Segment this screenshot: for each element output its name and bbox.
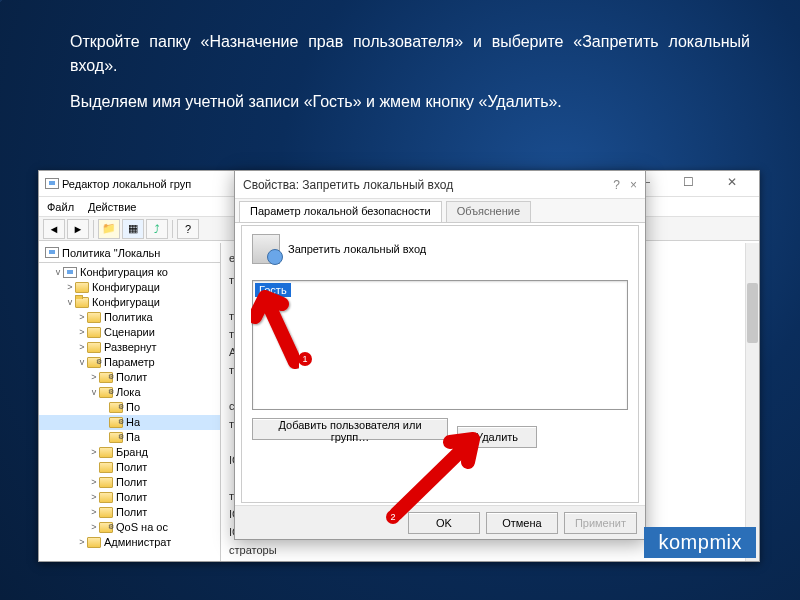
window-title: Редактор локальной груп [62,178,191,190]
tree-label: Па [126,430,140,445]
collapse-icon[interactable] [77,355,87,370]
tree-node[interactable]: Полит [39,475,220,490]
folder-icon [87,312,101,323]
app-icon [45,178,59,189]
collapse-icon[interactable] [89,385,99,400]
tree-node[interactable]: Параметр [39,355,220,370]
tree-node[interactable]: Полит [39,490,220,505]
folder-icon [99,492,113,503]
tree-label: Полит [116,490,147,505]
menu-action[interactable]: Действие [88,201,136,213]
tree-pane: Политика "Локальн Конфигурация ко Конфиг… [39,243,221,561]
forward-button[interactable]: ► [67,219,89,239]
tree-node[interactable]: Лока [39,385,220,400]
folder-icon [99,462,113,473]
scrollbar-thumb[interactable] [747,283,758,343]
folder-settings-icon [109,417,123,428]
export-button[interactable]: ⤴ [146,219,168,239]
instruction-1: Откройте папку «Назначение прав пользова… [70,30,750,78]
expand-icon[interactable] [77,325,87,340]
expand-icon[interactable] [65,280,75,295]
tree-label: Администрат [104,535,171,550]
expand-icon[interactable] [77,310,87,325]
tree-view-button[interactable]: ▦ [122,219,144,239]
scrollbar-vertical[interactable] [745,243,759,561]
tree-node[interactable]: Конфигураци [39,295,220,310]
expand-icon[interactable] [89,505,99,520]
tab-local-security[interactable]: Параметр локальной безопасности [239,201,442,222]
expand-icon[interactable] [89,445,99,460]
tree-node[interactable]: Сценарии [39,325,220,340]
tree-label: Полит [116,370,147,385]
ok-button[interactable]: OK [408,512,480,534]
dialog-footer: OK Отмена Применит [235,505,645,539]
tree-root[interactable]: Политика "Локальн [39,243,220,263]
computer-icon [63,267,77,278]
dialog-window-controls: ? × [613,178,637,192]
folder-settings-icon [99,387,113,398]
apply-button[interactable]: Применит [564,512,637,534]
tree-node[interactable]: Полит [39,460,220,475]
tree-label: По [126,400,140,415]
instruction-2: Выделяем имя учетной записи «Гость» и жм… [70,90,750,114]
dialog-titlebar: Свойства: Запретить локальный вход ? × [235,171,645,199]
folder-up-button[interactable]: 📁 [98,219,120,239]
tree-node[interactable]: Политика [39,310,220,325]
folder-settings-icon [109,402,123,413]
collapse-icon[interactable] [65,295,75,310]
tree-node[interactable]: По [39,400,220,415]
list-buttons-row: Добавить пользователя или групп… Удалить [252,418,628,492]
tree-label: Полит [116,505,147,520]
tree-node-selected[interactable]: На [39,415,220,430]
policy-header: Запретить локальный вход [242,226,638,272]
menu-file[interactable]: Файл [47,201,74,213]
tree-node[interactable]: Конфигураци [39,280,220,295]
tree-node[interactable]: Администрат [39,535,220,550]
screenshot-container: — ☐ ✕ Редактор локальной груп Файл Дейст… [38,170,760,562]
help-icon[interactable]: ? [613,178,620,192]
tree-node[interactable]: Па [39,430,220,445]
expand-icon[interactable] [89,520,99,535]
tree-label: Конфигураци [92,295,160,310]
expand-icon[interactable] [77,535,87,550]
help-button[interactable]: ? [177,219,199,239]
close-icon[interactable]: ✕ [715,175,749,189]
tree-node[interactable]: Полит [39,370,220,385]
expand-icon[interactable] [89,475,99,490]
collapse-icon[interactable] [53,265,63,280]
expand-icon[interactable] [77,340,87,355]
folder-icon [87,342,101,353]
tree-label: Сценарии [104,325,155,340]
tree-node[interactable]: Бранд [39,445,220,460]
tree-label: Развернут [104,340,157,355]
folder-icon [87,327,101,338]
cancel-button[interactable]: Отмена [486,512,558,534]
add-user-button[interactable]: Добавить пользователя или групп… [252,418,448,440]
tree-label: Бранд [116,445,148,460]
tree-node[interactable]: Развернут [39,340,220,355]
folder-settings-icon [87,357,101,368]
close-icon[interactable]: × [630,178,637,192]
users-listbox[interactable]: Гость [252,280,628,410]
back-button[interactable]: ◄ [43,219,65,239]
remove-button[interactable]: Удалить [457,426,537,448]
tree-label: На [126,415,140,430]
tree-node[interactable]: Полит [39,505,220,520]
computer-icon [45,247,59,258]
expand-icon[interactable] [89,370,99,385]
slide-text: Откройте папку «Назначение прав пользова… [70,30,750,126]
tree: Конфигурация ко Конфигураци Конфигураци … [39,263,220,552]
maximize-icon[interactable]: ☐ [671,175,705,189]
separator [172,220,173,238]
tree-node[interactable]: Конфигурация ко [39,265,220,280]
list-item-selected[interactable]: Гость [255,283,291,297]
separator [93,220,94,238]
tree-label: Конфигурация ко [80,265,168,280]
folder-open-icon [75,297,89,308]
expand-icon[interactable] [89,490,99,505]
policy-icon [252,234,280,264]
folder-icon [87,537,101,548]
tab-explanation[interactable]: Объяснение [446,201,531,222]
watermark: kompmix [644,527,756,558]
tree-node[interactable]: QoS на ос [39,520,220,535]
